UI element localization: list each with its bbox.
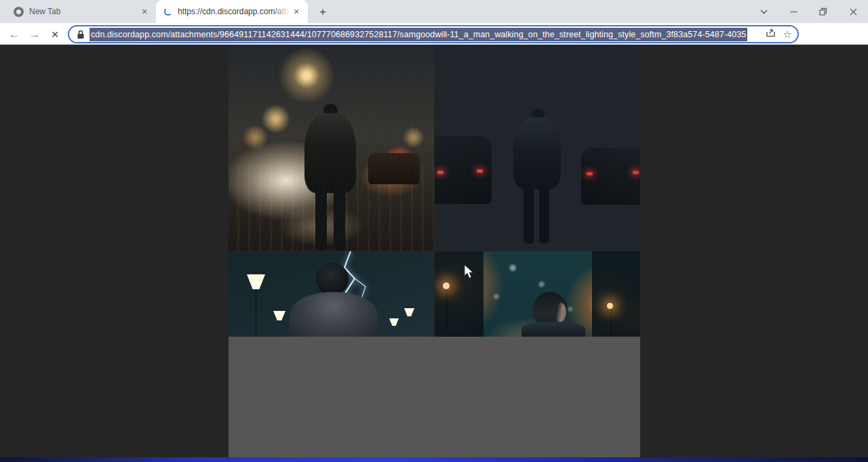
omnibox-actions: ☆ — [762, 26, 792, 42]
browser-window: { "window": { "tabs": [ { "title": "New … — [0, 0, 868, 462]
figure-face-highlight — [555, 303, 566, 322]
taillight-red — [587, 172, 593, 175]
tab-title-fade — [121, 3, 138, 20]
figure-head — [316, 263, 349, 295]
tab-close-icon[interactable]: × — [290, 5, 302, 18]
browser-toolbar: ← → × cdn.discordapp.com/attachments/966… — [0, 23, 868, 45]
street-lamp-orange — [443, 282, 450, 289]
tab-new-tab[interactable]: New Tab × — [5, 0, 156, 23]
parked-car-left — [435, 136, 492, 204]
new-tab-button[interactable]: + — [315, 4, 331, 20]
page-content — [0, 45, 868, 457]
taillight-red — [437, 171, 443, 174]
minimize-button[interactable] — [778, 0, 808, 23]
rain-overlay — [229, 45, 434, 251]
tab-discord-cdn[interactable]: https://cdn.discordapp.com/atta × — [156, 0, 308, 23]
tab-search-chevron-icon[interactable] — [749, 0, 778, 23]
tab-title-fade — [273, 3, 290, 20]
window-controls — [749, 0, 868, 23]
figure-leg — [539, 184, 549, 244]
restore-button[interactable] — [808, 0, 838, 23]
midjourney-image-grid[interactable] — [229, 45, 640, 457]
image-quadrant-top-left — [229, 45, 434, 251]
figure-hood-shoulders — [290, 292, 378, 339]
figure-leg — [524, 184, 534, 244]
lock-icon[interactable] — [77, 30, 85, 39]
taillight-red — [633, 171, 639, 174]
mouse-cursor — [464, 264, 475, 279]
loading-spinner-icon — [164, 7, 172, 16]
tab-strip: New Tab × https://cdn.discordapp.com/att… — [0, 0, 868, 23]
stop-loading-button[interactable]: × — [46, 26, 64, 43]
image-loading-placeholder — [229, 337, 640, 457]
lamp-pole — [610, 310, 612, 340]
image-quadrant-top-right — [435, 45, 640, 251]
bookmark-star-icon[interactable]: ☆ — [783, 29, 792, 39]
taskbar-edge — [0, 457, 868, 462]
address-bar[interactable]: cdn.discordapp.com/attachments/966491171… — [68, 25, 799, 43]
figure-torso — [513, 117, 561, 189]
chrome-favicon-icon — [14, 7, 24, 17]
back-button[interactable]: ← — [5, 26, 23, 43]
tab-close-icon[interactable]: × — [138, 5, 151, 18]
share-icon[interactable] — [766, 28, 776, 41]
forward-button[interactable]: → — [26, 26, 43, 43]
taillight-red — [477, 169, 483, 173]
close-window-button[interactable] — [838, 0, 868, 23]
url-text-selected[interactable]: cdn.discordapp.com/attachments/966491171… — [90, 28, 747, 41]
parked-car-right — [581, 148, 640, 205]
lamp-pole — [446, 289, 448, 329]
street-lamp-orange — [607, 303, 613, 309]
